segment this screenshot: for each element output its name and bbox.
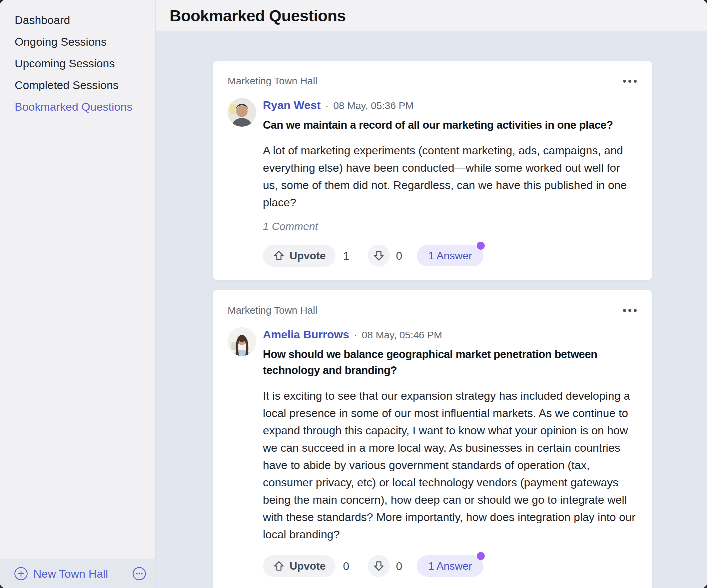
main-panel: Marketing Town Hall [156,31,707,588]
upvote-label: Upvote [290,250,326,262]
downvote-count: 0 [396,249,402,262]
upvote-label: Upvote [290,560,326,572]
question-card: Marketing Town Hall [213,61,652,280]
card-actions: Upvote 0 0 1 Answer [263,555,637,577]
top-bar: Bookmarked Questions [156,0,707,31]
question-card: Marketing Town Hall [213,290,652,588]
arrow-up-icon [273,250,285,262]
new-town-hall-label: New Town Hall [33,567,108,580]
byline-separator: · [354,329,357,341]
card-topic: Marketing Town Hall [228,75,317,87]
new-town-hall-button[interactable]: New Town Hall [14,567,132,581]
avatar [228,98,256,127]
arrow-up-icon [273,560,285,572]
answer-button[interactable]: 1 Answer [417,245,483,266]
page-title: Bookmarked Questions [170,7,346,25]
app-window: Dashboard Ongoing Sessions Upcoming Sess… [0,0,707,588]
card-menu-ellipsis-icon[interactable] [622,307,637,314]
question-title: Can we maintain a record of all our mark… [263,117,637,133]
avatar-woman-illustration [228,327,256,356]
sidebar-item-dashboard[interactable]: Dashboard [15,9,155,31]
author-link[interactable]: Amelia Burrows [263,328,349,341]
answer-label: 1 Answer [428,250,472,262]
comment-count-label: 1 Comment [263,220,637,233]
upvote-button[interactable]: Upvote [263,555,336,577]
question-title: How should we balance geographical marke… [263,346,637,378]
card-menu-ellipsis-icon[interactable] [622,78,637,85]
upvote-count: 1 [343,249,349,262]
answer-notification-dot [477,552,485,560]
sidebar-item-completed-sessions[interactable]: Completed Sessions [15,74,155,96]
answer-label: 1 Answer [428,560,472,572]
answer-notification-dot [477,242,485,250]
sidebar-item-ongoing-sessions[interactable]: Ongoing Sessions [15,31,155,53]
sidebar-nav: Dashboard Ongoing Sessions Upcoming Sess… [0,0,155,559]
avatar-man-illustration [228,98,256,127]
card-actions: Upvote 1 0 1 Answer [263,245,637,267]
arrow-down-icon [373,250,385,262]
timestamp: 08 May, 05:46 PM [362,329,442,341]
downvote-button[interactable] [368,245,390,267]
upvote-button[interactable]: Upvote [263,245,336,267]
downvote-button[interactable] [368,555,390,577]
arrow-down-icon [373,560,385,572]
sidebar-item-upcoming-sessions[interactable]: Upcoming Sessions [15,53,155,74]
sidebar-item-bookmarked-questions[interactable]: Bookmarked Questions [15,96,155,118]
downvote-count: 0 [396,560,402,573]
sidebar: Dashboard Ongoing Sessions Upcoming Sess… [0,0,156,588]
sidebar-footer: New Town Hall [0,559,155,588]
timestamp: 08 May, 05:36 PM [333,100,413,111]
upvote-count: 0 [343,560,349,573]
avatar [228,327,256,356]
card-topic: Marketing Town Hall [228,305,317,316]
content-column: Bookmarked Questions Marketing Town Hall [156,0,707,588]
byline-separator: · [325,100,329,111]
author-link[interactable]: Ryan West [263,99,321,112]
plus-circle-icon [14,567,28,581]
sidebar-more-button[interactable] [132,567,146,581]
question-body: A lot of marketing experiments (content … [263,142,637,211]
answer-button[interactable]: 1 Answer [417,555,483,577]
question-body: It is exciting to see that our expansion… [263,387,637,543]
